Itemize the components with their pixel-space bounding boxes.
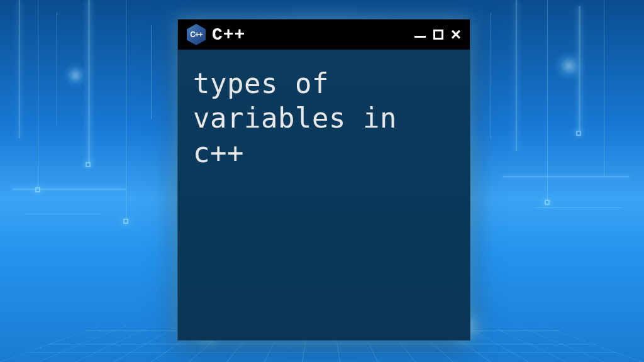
cpp-icon: C++ bbox=[187, 24, 206, 45]
titlebar[interactable]: C++ C++ × bbox=[178, 19, 470, 50]
close-button[interactable]: × bbox=[451, 30, 461, 40]
terminal-body[interactable]: types of variables in c++ bbox=[178, 50, 470, 340]
minimize-icon bbox=[414, 36, 426, 38]
minimize-button[interactable] bbox=[414, 31, 426, 38]
window-controls: × bbox=[414, 30, 461, 40]
maximize-icon bbox=[433, 30, 443, 40]
terminal-window: C++ C++ × types of variables in c++ bbox=[177, 19, 470, 341]
terminal-output: types of variables in c++ bbox=[193, 66, 455, 170]
window-title: C++ bbox=[212, 25, 408, 45]
icon-text: C++ bbox=[190, 30, 203, 39]
maximize-button[interactable] bbox=[433, 30, 443, 40]
